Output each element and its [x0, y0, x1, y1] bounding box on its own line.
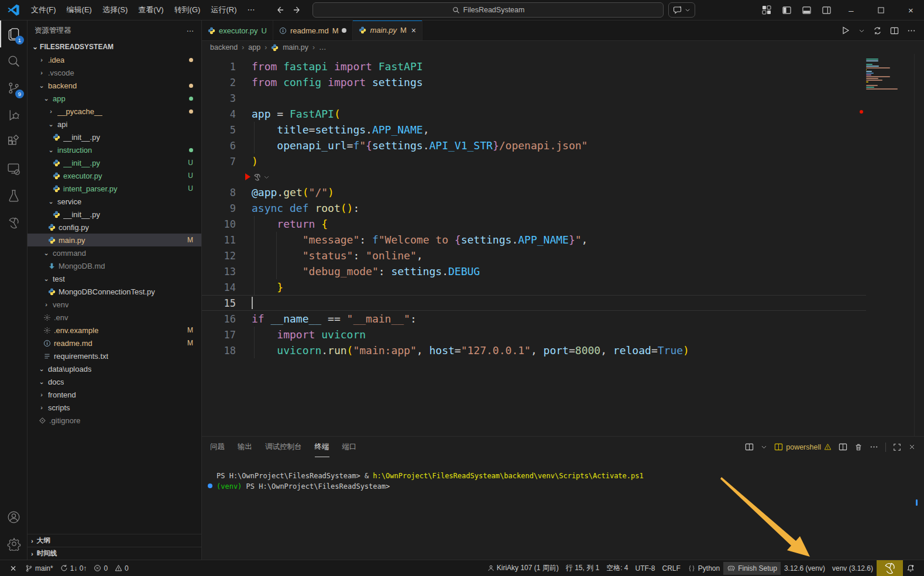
maximize-button[interactable] [868, 0, 894, 20]
tree-folder-service[interactable]: ⌄service [28, 195, 201, 208]
activity-testing[interactable] [0, 182, 28, 209]
tab-main-py[interactable]: main.pyM× [353, 20, 423, 40]
menu-item-3[interactable]: 查看(V) [133, 4, 169, 16]
status-----4[interactable]: 空格: 4 [603, 562, 631, 575]
tree-file-readme-md[interactable]: readme.mdM [28, 337, 201, 349]
menu-item-4[interactable]: 转到(G) [169, 4, 206, 16]
tree-folder-venv[interactable]: ›venv [28, 298, 201, 311]
toggle-sidebar-icon[interactable] [778, 3, 795, 17]
play-icon[interactable] [841, 26, 850, 35]
terminal-scrollbar[interactable] [916, 499, 918, 506]
activity-settings-gear[interactable] [0, 530, 28, 557]
tree-file--env[interactable]: .env [28, 311, 201, 324]
code-editor[interactable]: 1from fastapi import FastAPI2from config… [202, 54, 924, 436]
activity-search[interactable] [0, 47, 28, 74]
tree-file-main-py[interactable]: main.pyM [28, 234, 201, 246]
nav-back-icon[interactable] [275, 5, 284, 15]
tree-file-mongodbconnectiontest-py[interactable]: MongoDBConnectionTest.py [28, 285, 201, 298]
menu-item-5[interactable]: 运行(R) [205, 4, 242, 16]
tree-file-intent-parser-py[interactable]: intent_parser.pyU [28, 182, 201, 195]
sidebar-section-时间线[interactable]: ›时间线 [28, 547, 201, 560]
tree-folder-command[interactable]: ⌄command [28, 246, 201, 259]
sidebar-section-大纲[interactable]: ›大纲 [28, 534, 201, 547]
sidebar-more-icon[interactable]: ⋯ [187, 26, 195, 35]
chat-button[interactable] [668, 2, 695, 18]
activity-ai-swirl[interactable] [0, 209, 28, 236]
tree-file--env-example[interactable]: .env.exampleM [28, 324, 201, 337]
status-main-[interactable]: main* [22, 562, 57, 575]
menu-item-1[interactable]: 编辑(E) [61, 4, 97, 16]
menu-item-0[interactable]: 文件(F) [26, 4, 61, 16]
tab-close-icon[interactable]: × [411, 26, 416, 35]
activity-run-debug[interactable] [0, 101, 28, 128]
tree-file-mongodb-md[interactable]: MongoDB.md [28, 259, 201, 272]
status-finish-setup[interactable]: Finish Setup [723, 562, 781, 575]
activity-extensions[interactable] [0, 128, 28, 155]
tree-file-requirements-txt[interactable]: requirements.txt [28, 349, 201, 362]
breadcrumb-item[interactable]: backend [210, 43, 238, 52]
chevron-down-icon[interactable] [761, 444, 767, 450]
status-python[interactable]: Python [684, 562, 723, 575]
split-icon[interactable] [890, 26, 899, 35]
panel-tab-调试控制台[interactable]: 调试控制台 [265, 437, 302, 457]
status-0[interactable]: 0 [90, 562, 111, 575]
ai-widget[interactable] [253, 173, 270, 181]
status-kiriaky-107--1----[interactable]: KiriAky 107 (1 周前) [484, 562, 562, 575]
activity-account[interactable] [0, 503, 28, 530]
tree-folder-docs[interactable]: ⌄docs [28, 375, 201, 388]
more-icon[interactable] [907, 26, 916, 35]
breadcrumb-item[interactable]: app [248, 43, 260, 52]
status-1--0-[interactable]: 1↓ 0↑ [57, 562, 91, 575]
terminal-list-item[interactable]: powershell [774, 443, 832, 451]
status-ai-swirl[interactable] [877, 560, 903, 576]
tree-file-executor-py[interactable]: executor.pyU [28, 169, 201, 182]
minimize-button[interactable]: – [838, 0, 864, 20]
activity-remote-explorer[interactable] [0, 155, 28, 182]
command-decoration-dot[interactable] [208, 484, 212, 488]
nav-forward-icon[interactable] [293, 5, 302, 15]
maximize-panel-icon[interactable] [893, 443, 901, 451]
status-crlf[interactable]: CRLF [659, 562, 684, 575]
tree-file---init---py[interactable]: __init__.py [28, 131, 201, 143]
tree-folder-instruction[interactable]: ⌄instruction [28, 143, 201, 156]
tree-folder-test[interactable]: ⌄test [28, 272, 201, 285]
customize-layout-icon[interactable] [758, 3, 775, 17]
status-0[interactable]: 0 [111, 562, 132, 575]
tree-root[interactable]: ⌄ FILESREADSYSTEAM [28, 40, 201, 53]
menu-item-2[interactable]: 选择(S) [97, 4, 133, 16]
tree-file--gitignore[interactable]: .gitignore [28, 414, 201, 427]
editor-scrollbar[interactable] [914, 54, 915, 436]
more-icon[interactable] [870, 443, 878, 451]
panel-tab-终端[interactable]: 终端 [315, 437, 329, 457]
tree-file-config-py[interactable]: config.py [28, 221, 201, 234]
tree-folder--vscode[interactable]: ›.vscode [28, 66, 201, 79]
status-bell-dot[interactable] [903, 562, 918, 575]
tree-folder-app[interactable]: ⌄app [28, 92, 201, 105]
tab-executor-py[interactable]: executor.pyU [202, 20, 273, 40]
breadcrumb-item[interactable]: … [319, 43, 327, 52]
menu-item-6[interactable]: ⋯ [242, 4, 260, 16]
status-utf-8[interactable]: UTF-8 [632, 562, 659, 575]
tab-readme-md[interactable]: readme.mdM [273, 20, 353, 40]
tree-folder-scripts[interactable]: ›scripts [28, 401, 201, 414]
tree-folder---pycache--[interactable]: ›__pycache__ [28, 105, 201, 118]
activity-source-control[interactable]: 9 [0, 74, 28, 101]
minimap[interactable] [866, 59, 913, 90]
loop-icon[interactable] [873, 26, 882, 35]
terminal-output[interactable]: PS H:\OwnProject\FilesReadSysteam> & h:\… [202, 457, 924, 492]
tree-folder-frontend[interactable]: ›frontend [28, 388, 201, 401]
close-button[interactable]: × [898, 0, 924, 20]
breadcrumb-item[interactable]: main.py [283, 43, 308, 52]
tree-folder-data-uploads[interactable]: ⌄data\uploads [28, 362, 201, 375]
status-remote[interactable] [6, 562, 22, 575]
chevron-down-icon[interactable] [858, 28, 865, 34]
status-venv--3-12-6-[interactable]: venv (3.12.6) [829, 562, 877, 575]
status---15----1[interactable]: 行 15, 列 1 [562, 562, 603, 575]
trash-icon[interactable] [854, 443, 863, 451]
tree-file---init---py[interactable]: __init__.pyU [28, 156, 201, 169]
activity-explorer[interactable]: 1 [0, 20, 28, 47]
panel-tab-输出[interactable]: 输出 [238, 437, 252, 457]
tree-folder-api[interactable]: ⌄api [28, 118, 201, 131]
toggle-panel-icon[interactable] [798, 3, 815, 17]
status-3-12-6--venv-[interactable]: 3.12.6 (venv) [781, 562, 829, 575]
